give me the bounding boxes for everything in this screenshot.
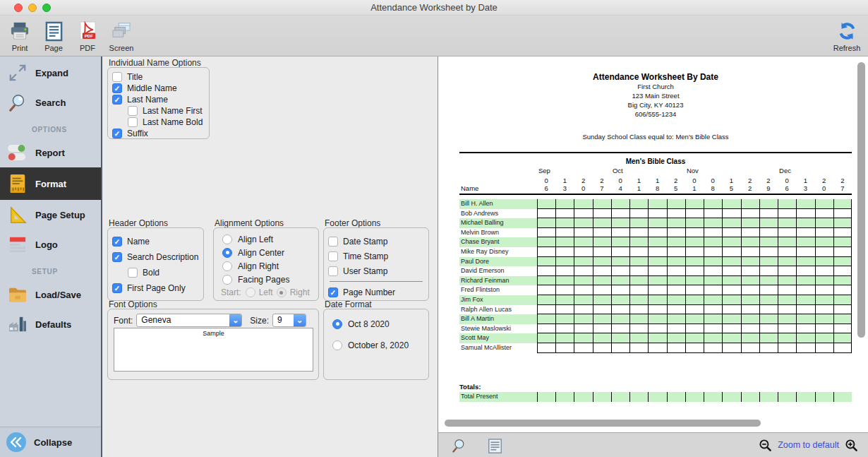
attendance-cell — [815, 314, 833, 324]
attendance-cell — [537, 305, 555, 315]
printer-icon — [10, 19, 30, 43]
checkbox-bold[interactable] — [128, 268, 138, 278]
attendance-cell — [796, 257, 814, 267]
checkbox-first-page-only[interactable] — [112, 283, 122, 293]
attendance-cell — [796, 266, 814, 276]
attendance-cell — [759, 266, 778, 276]
close-button[interactable] — [14, 4, 23, 12]
start-right-radio[interactable] — [277, 287, 287, 297]
attendance-cell — [815, 228, 833, 238]
attendance-cell — [611, 228, 629, 238]
attendance-cell — [815, 209, 833, 219]
sidebar-item-report[interactable]: Report — [0, 138, 101, 167]
checkbox-last-name[interactable] — [112, 95, 122, 105]
toolbar-page-button[interactable]: Page — [40, 19, 68, 52]
attendance-cell — [833, 324, 852, 334]
date-column-label: 01 — [685, 177, 704, 192]
checkbox-label: Time Stamp — [343, 251, 388, 261]
zoom-window-button[interactable] — [42, 4, 51, 12]
sidebar-item-defaults[interactable]: Defaults — [0, 309, 101, 339]
attendance-cell — [685, 266, 704, 276]
sidebar-item-expand[interactable]: Expand — [0, 58, 101, 88]
zoom-to-default-link[interactable]: Zoom to default — [778, 440, 839, 450]
zoom-in-icon[interactable] — [845, 439, 858, 452]
radio-october-8-2020[interactable] — [332, 340, 342, 350]
attendance-cell — [685, 305, 704, 315]
radio-facing-pages[interactable] — [222, 275, 232, 285]
zoom-out-icon[interactable] — [759, 439, 772, 452]
sidebar-section-options: OPTIONS — [0, 117, 101, 138]
attendance-cell — [667, 199, 685, 209]
attendance-cell — [815, 285, 833, 295]
minimize-button[interactable] — [28, 4, 37, 12]
checkbox-date-stamp[interactable] — [328, 237, 338, 247]
checkbox-search-description[interactable] — [112, 252, 122, 262]
sidebar-item-page-setup[interactable]: Page Setup — [0, 200, 101, 230]
vertical-scrollbar-thumb[interactable] — [857, 62, 865, 338]
attendance-cell — [759, 305, 778, 315]
attendance-cell — [741, 295, 759, 305]
group-title-font-options: Font Options — [109, 299, 157, 309]
radio-align-center[interactable] — [222, 248, 232, 258]
start-left-radio[interactable] — [246, 287, 255, 297]
sidebar-item-load-save[interactable]: Load/Save — [0, 280, 101, 309]
radio-align-left[interactable] — [222, 235, 232, 244]
radio-align-right[interactable] — [222, 261, 232, 271]
facing-pages-start-row: Start: LeftRight — [214, 286, 318, 299]
date-column-label: 29 — [759, 177, 778, 192]
attendance-cell — [741, 237, 759, 247]
radio-label: Left — [259, 287, 273, 297]
group-title-header-options: Header Options — [109, 218, 168, 228]
checkbox-suffix[interactable] — [112, 129, 122, 138]
sidebar-item-format[interactable]: Format — [0, 167, 101, 200]
checkbox-title[interactable] — [112, 72, 122, 82]
radio-oct-8-2020[interactable] — [332, 319, 342, 329]
toolbar-print-button[interactable]: Print — [6, 19, 34, 52]
toolbar-pdf-button[interactable]: PDFPDF — [73, 19, 102, 52]
attendance-cell — [648, 237, 666, 247]
checkbox-user-stamp[interactable] — [328, 266, 338, 276]
option-row: Last Name Bold — [128, 117, 209, 128]
date-column-label: 13 — [555, 177, 574, 192]
report-view-button[interactable] — [488, 438, 502, 454]
checkbox-time-stamp[interactable] — [328, 251, 338, 261]
attendance-cell — [593, 228, 611, 238]
checkbox-label: User Stamp — [343, 266, 387, 276]
magnifier-button[interactable] — [451, 438, 466, 453]
month-label: Oct — [613, 167, 623, 174]
totals-cell — [778, 392, 796, 402]
toolbar-button-label: Screen — [109, 44, 134, 52]
attendance-cell — [759, 257, 778, 267]
totals-cell — [741, 392, 759, 402]
checkbox-middle-name[interactable] — [112, 83, 122, 93]
attendance-cell — [537, 276, 555, 286]
attendance-name: David Emerson — [459, 266, 537, 276]
totals-cell — [796, 392, 814, 402]
horizontal-scrollbar-thumb[interactable] — [445, 420, 761, 427]
attendance-cell — [537, 285, 555, 295]
sidebar-item-logo[interactable]: Logo — [0, 230, 101, 259]
checkbox-page-number[interactable] — [328, 287, 338, 297]
attendance-cell — [759, 285, 778, 295]
attendance-cell — [629, 247, 648, 257]
checkbox-name[interactable] — [112, 237, 122, 247]
attendance-name: Mike Ray Disney — [459, 247, 537, 257]
zoom-controls: Zoom to default — [759, 433, 858, 457]
toolbar-refresh-button[interactable]: Refresh — [833, 19, 861, 52]
font-select[interactable]: Geneva ⌄ — [136, 314, 242, 327]
table-header: SepOctNovDec 061320270411182501081522290… — [459, 165, 852, 195]
toolbar-screen-button[interactable]: Screen — [107, 19, 135, 52]
attendance-cell — [833, 247, 852, 257]
checkbox-label: Search Description — [127, 252, 198, 262]
attendance-cell — [704, 237, 722, 247]
attendance-cell — [741, 228, 759, 238]
sidebar-item-search[interactable]: Search — [0, 88, 101, 117]
attendance-cell — [722, 199, 740, 209]
checkbox-last-name-bold[interactable] — [128, 117, 138, 127]
attendance-cell — [685, 295, 704, 305]
attendance-row: Chase Bryant — [459, 237, 852, 247]
collapse-button[interactable]: Collapse — [0, 427, 101, 457]
checkbox-last-name-first[interactable] — [128, 106, 138, 116]
checkbox-label: Bold — [143, 268, 159, 278]
size-select[interactable]: 9 ⌄ — [272, 314, 306, 327]
